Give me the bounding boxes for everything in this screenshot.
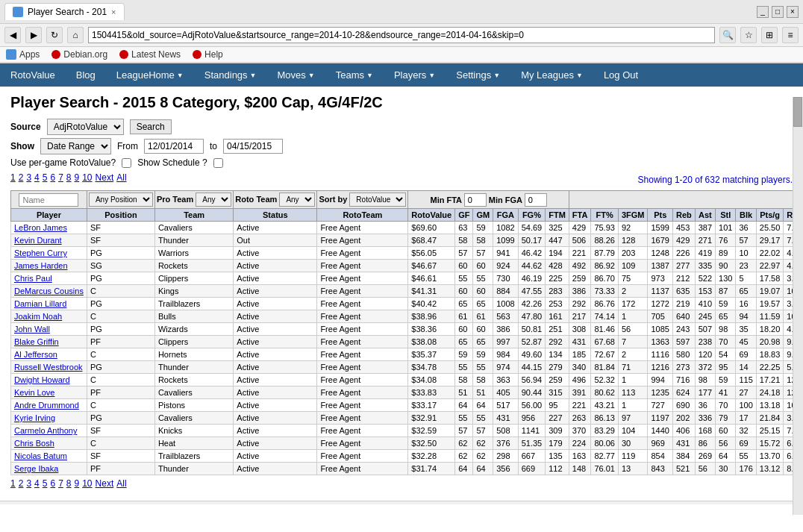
page-7-bottom[interactable]: 7 [58, 478, 63, 489]
cell-0[interactable]: Kyrie Irving [11, 412, 87, 425]
cell-0[interactable]: James Harden [11, 260, 87, 272]
cell-0[interactable]: Carmelo Anthony [11, 425, 87, 437]
source-select[interactable]: AdjRotoValue [47, 119, 124, 135]
player-name-link[interactable]: Stephen Curry [14, 248, 67, 257]
page-9[interactable]: 9 [75, 172, 80, 183]
player-name-link[interactable]: Joakim Noah [14, 312, 62, 321]
page-10-bottom[interactable]: 10 [82, 478, 92, 489]
nav-teams[interactable]: Teams▼ [325, 63, 384, 87]
minimize-button[interactable]: _ [757, 6, 769, 18]
to-date-input[interactable] [223, 139, 283, 154]
cell-0[interactable]: Blake Griffin [11, 336, 87, 348]
cell-0[interactable]: Kevin Love [11, 387, 87, 399]
page-1-bottom[interactable]: 1 [10, 478, 16, 489]
page-7[interactable]: 7 [58, 172, 63, 183]
scroll-thumb[interactable] [793, 97, 802, 127]
search-button[interactable]: Search [130, 119, 172, 134]
cell-0[interactable]: Chris Bosh [11, 437, 87, 450]
nav-blog[interactable]: Blog [66, 63, 106, 87]
cell-0[interactable]: Kevin Durant [11, 234, 87, 247]
scrollbar[interactable] [793, 97, 803, 504]
show-schedule-checkbox[interactable] [213, 158, 223, 168]
apps-bookmark[interactable]: Apps [6, 49, 40, 60]
next-button-bottom[interactable]: Next [96, 478, 114, 489]
cell-0[interactable]: Al Jefferson [11, 348, 87, 361]
cell-0[interactable]: John Wall [11, 323, 87, 336]
tab-close-button[interactable]: × [111, 7, 116, 16]
page-3-bottom[interactable]: 3 [26, 478, 31, 489]
page-1[interactable]: 1 [10, 172, 16, 183]
player-name-link[interactable]: Chris Bosh [14, 439, 54, 448]
page-10[interactable]: 10 [82, 172, 92, 183]
page-5[interactable]: 5 [43, 172, 48, 183]
cell-0[interactable]: Dwight Howard [11, 374, 87, 387]
player-name-link[interactable]: Damian Lillard [14, 299, 66, 308]
next-button-top[interactable]: Next [96, 172, 114, 183]
page-6-bottom[interactable]: 6 [50, 478, 55, 489]
nav-settings[interactable]: Settings▼ [446, 63, 510, 87]
player-name-link[interactable]: Kevin Love [14, 388, 54, 397]
menu-icon[interactable]: ≡ [782, 27, 799, 43]
help-bookmark[interactable]: Help [193, 49, 223, 60]
player-name-link[interactable]: Al Jefferson [14, 350, 57, 359]
cell-0[interactable]: Russell Westbrook [11, 361, 87, 374]
nav-players[interactable]: Players▼ [384, 63, 446, 87]
all-button-bottom[interactable]: All [116, 478, 126, 489]
cell-0[interactable]: Nicolas Batum [11, 450, 87, 463]
player-name-link[interactable]: Dwight Howard [14, 375, 70, 384]
page-3[interactable]: 3 [26, 172, 31, 183]
player-name-link[interactable]: Kyrie Irving [14, 413, 55, 422]
nav-logout[interactable]: Log Out [593, 63, 649, 87]
cell-0[interactable]: Andre Drummond [11, 399, 87, 412]
nav-moves[interactable]: Moves▼ [267, 63, 325, 87]
min-fta-input[interactable] [464, 193, 487, 207]
page-4[interactable]: 4 [34, 172, 40, 183]
nav-myleagues[interactable]: My Leagues▼ [510, 63, 593, 87]
page-8-bottom[interactable]: 8 [66, 478, 72, 489]
cell-0[interactable]: Serge Ibaka [11, 463, 87, 475]
player-name-link[interactable]: Blake Griffin [14, 337, 59, 346]
name-filter-input[interactable] [19, 193, 78, 207]
cell-0[interactable]: Damian Lillard [11, 298, 87, 310]
nav-rotovalue[interactable]: RotoValue [0, 63, 66, 87]
bookmark-star-icon[interactable]: ☆ [740, 27, 757, 43]
show-select[interactable]: Date Range [40, 138, 111, 154]
nav-leaguehome[interactable]: LeagueHome▼ [106, 63, 194, 87]
home-button[interactable]: ⌂ [67, 27, 84, 43]
all-button-top[interactable]: All [116, 172, 126, 183]
sort-by-select[interactable]: RotoValue [349, 193, 406, 207]
page-8[interactable]: 8 [66, 172, 72, 183]
player-name-link[interactable]: James Harden [14, 261, 68, 270]
roto-team-filter-select[interactable]: Any [279, 193, 315, 207]
cell-0[interactable]: Chris Paul [11, 272, 87, 285]
search-icon[interactable]: 🔍 [719, 27, 736, 43]
page-5-bottom[interactable]: 5 [43, 478, 48, 489]
refresh-button[interactable]: ↻ [46, 27, 63, 43]
player-name-link[interactable]: Kevin Durant [14, 236, 62, 245]
player-name-link[interactable]: Carmelo Anthony [14, 426, 77, 435]
back-button[interactable]: ◀ [4, 27, 21, 43]
extensions-icon[interactable]: ⊞ [761, 27, 778, 43]
min-fga-input[interactable] [525, 193, 547, 207]
position-filter-select[interactable]: Any Position [89, 193, 153, 207]
use-per-game-checkbox[interactable] [122, 158, 131, 168]
page-9-bottom[interactable]: 9 [75, 478, 80, 489]
browser-tab[interactable]: Player Search - 201 × [4, 3, 125, 20]
cell-0[interactable]: DeMarcus Cousins [11, 285, 87, 298]
close-button[interactable]: × [787, 6, 799, 18]
page-2-bottom[interactable]: 2 [19, 478, 24, 489]
cell-0[interactable]: Stephen Curry [11, 247, 87, 260]
cell-0[interactable]: LeBron James [11, 222, 87, 234]
player-name-link[interactable]: LeBron James [14, 223, 67, 232]
player-name-link[interactable]: John Wall [14, 325, 50, 334]
player-name-link[interactable]: DeMarcus Cousins [14, 287, 84, 295]
page-4-bottom[interactable]: 4 [34, 478, 40, 489]
latest-news-bookmark[interactable]: Latest News [119, 49, 181, 60]
page-2[interactable]: 2 [19, 172, 24, 183]
address-bar[interactable] [88, 27, 715, 43]
pro-team-filter-select[interactable]: Any [196, 193, 231, 207]
nav-standings[interactable]: Standings▼ [194, 63, 267, 87]
player-name-link[interactable]: Russell Westbrook [14, 363, 83, 372]
page-6[interactable]: 6 [50, 172, 55, 183]
player-name-link[interactable]: Nicolas Batum [14, 451, 67, 460]
